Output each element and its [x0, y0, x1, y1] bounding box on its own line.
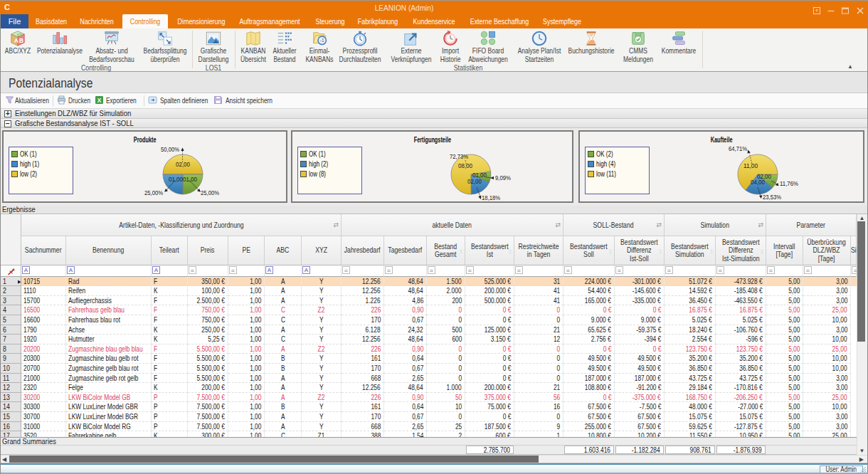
svg-text:9,09%: 9,09%: [495, 174, 511, 181]
svg-text:72,73%: 72,73%: [450, 153, 468, 160]
svg-text:23,53%: 23,53%: [763, 194, 781, 201]
svg-text:02,00: 02,00: [176, 161, 190, 168]
svg-text:18,18%: 18,18%: [482, 194, 500, 201]
svg-text:04,00: 04,00: [751, 179, 765, 186]
svg-text:25,00%: 25,00%: [144, 189, 163, 196]
svg-text:01,00: 01,00: [169, 176, 183, 183]
svg-text:08,00: 08,00: [458, 162, 472, 169]
svg-text:50,00%: 50,00%: [161, 146, 179, 153]
svg-text:64,71%: 64,71%: [729, 145, 747, 152]
svg-text:02,00: 02,00: [467, 178, 482, 185]
svg-text:25,00%: 25,00%: [201, 189, 219, 196]
svg-text:X: X: [97, 97, 101, 104]
svg-text:01,00: 01,00: [183, 176, 197, 183]
svg-text:11,00: 11,00: [743, 162, 758, 169]
svg-text:11,76%: 11,76%: [780, 180, 798, 187]
